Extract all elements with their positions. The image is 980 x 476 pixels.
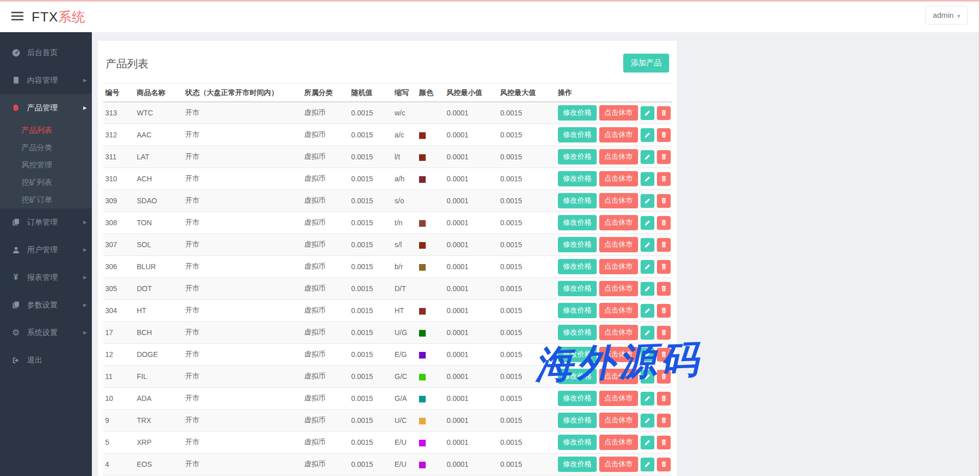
modify-price-button[interactable]: 修改价格 [558,281,597,296]
modify-price-button[interactable]: 修改价格 [558,391,597,406]
hamburger-menu-icon[interactable] [11,12,23,22]
edit-button[interactable] [641,172,654,186]
sidebar-subitem-product-list[interactable]: 产品列表 [0,122,92,139]
market-close-button[interactable]: 点击休市 [599,237,638,252]
cell-status: 开市 [183,388,302,410]
edit-button[interactable] [641,392,654,406]
delete-button[interactable] [657,150,671,164]
user-dropdown[interactable]: admin▾ [925,6,968,25]
sidebar-item-params[interactable]: 参数设置▶ [0,291,92,319]
modify-price-button[interactable]: 修改价格 [558,303,597,318]
sidebar-group-reports: ¥报表管理▶ [0,264,92,291]
modify-price-button[interactable]: 修改价格 [558,325,597,340]
modify-price-button[interactable]: 修改价格 [558,435,597,450]
delete-button[interactable] [657,194,671,208]
sidebar-item-products[interactable]: ฿产品管理▶ [0,94,92,122]
cell-random: 0.0015 [349,278,393,300]
modify-price-button[interactable]: 修改价格 [558,171,597,186]
modify-price-button[interactable]: 修改价格 [558,149,597,164]
market-close-button[interactable]: 点击休市 [599,171,638,186]
delete-button[interactable] [657,392,671,406]
color-swatch [419,132,426,139]
cell-name: SOL [135,234,183,256]
modify-price-button[interactable]: 修改价格 [558,457,597,472]
delete-button[interactable] [657,128,671,142]
market-close-button[interactable]: 点击休市 [599,435,638,450]
sidebar-item-reports[interactable]: ¥报表管理▶ [0,264,92,291]
add-product-button[interactable]: 添加产品 [623,54,669,73]
delete-button[interactable] [657,326,671,340]
edit-button[interactable] [641,414,654,427]
market-close-button[interactable]: 点击休市 [599,127,638,142]
modify-price-button[interactable]: 修改价格 [558,127,597,142]
market-close-button[interactable]: 点击休市 [599,149,638,164]
sidebar-subitem-product-category[interactable]: 产品分类 [0,139,92,156]
sidebar-subitem-risk-control[interactable]: 风控管理 [0,156,92,174]
sidebar-item-users[interactable]: 用户管理▶ [0,236,92,264]
cell-random: 0.0015 [349,146,393,168]
market-close-button[interactable]: 点击休市 [599,457,638,472]
sidebar-item-content[interactable]: 内容管理▶ [0,66,92,94]
market-close-button[interactable]: 点击休市 [599,413,638,428]
modify-price-button[interactable]: 修改价格 [558,259,597,274]
sidebar-group-dashboard: 后台首页 [0,39,92,66]
edit-button[interactable] [641,326,654,340]
modify-price-button[interactable]: 修改价格 [558,347,597,362]
edit-button[interactable] [641,128,654,142]
edit-button[interactable] [641,150,654,164]
market-close-button[interactable]: 点击休市 [599,369,638,384]
trash-icon [660,241,667,248]
sidebar-subitem-mining-orders[interactable]: 挖矿订单 [0,191,92,208]
edit-button[interactable] [641,238,654,252]
sidebar-item-system[interactable]: ⚙系统设置▶ [0,319,92,346]
delete-button[interactable] [657,348,671,362]
edit-button[interactable] [641,370,654,384]
cell-status: 开市 [183,146,302,168]
delete-button[interactable] [657,106,671,120]
sidebar-item-dashboard[interactable]: 后台首页 [0,39,92,66]
market-close-button[interactable]: 点击休市 [599,347,638,362]
cell-abbr: t/n [393,212,417,234]
edit-button[interactable] [641,216,654,230]
modify-price-button[interactable]: 修改价格 [558,193,597,208]
market-close-button[interactable]: 点击休市 [599,105,638,121]
sidebar-item-logout[interactable]: 退出 [0,346,92,374]
delete-button[interactable] [657,304,671,318]
market-close-button[interactable]: 点击休市 [599,281,638,296]
delete-button[interactable] [657,458,671,471]
edit-button[interactable] [641,348,654,362]
sidebar-item-orders[interactable]: 订单管理▶ [0,208,92,236]
market-close-button[interactable]: 点击休市 [599,193,638,208]
edit-button[interactable] [641,458,654,471]
edit-button[interactable] [641,260,654,274]
modify-price-button[interactable]: 修改价格 [558,413,597,428]
market-close-button[interactable]: 点击休市 [599,259,638,274]
modify-price-button[interactable]: 修改价格 [558,105,597,121]
table-row: 312AAC开市虚拟币0.0015a/c0.00010.0015修改价格点击休市 [103,124,672,146]
market-close-button[interactable]: 点击休市 [599,215,638,230]
edit-button[interactable] [641,194,654,208]
delete-button[interactable] [657,436,671,449]
market-close-button[interactable]: 点击休市 [599,303,638,318]
app-header: FTX系统 admin▾ [0,2,980,32]
edit-button[interactable] [641,106,654,120]
sidebar-subitem-mining-list[interactable]: 挖矿列表 [0,174,92,191]
delete-button[interactable] [657,260,671,274]
cell-risk-max: 0.0015 [498,190,556,212]
market-close-button[interactable]: 点击休市 [599,391,638,406]
edit-button[interactable] [641,304,654,318]
edit-button[interactable] [641,436,654,449]
delete-button[interactable] [657,172,671,186]
market-close-button[interactable]: 点击休市 [599,325,638,340]
delete-button[interactable] [657,414,671,427]
cell-status: 开市 [183,124,302,146]
cell-risk-min: 0.0001 [445,388,498,410]
modify-price-button[interactable]: 修改价格 [558,215,597,230]
edit-button[interactable] [641,282,654,296]
modify-price-button[interactable]: 修改价格 [558,369,597,384]
delete-button[interactable] [657,238,671,252]
delete-button[interactable] [657,370,671,384]
delete-button[interactable] [657,282,671,296]
delete-button[interactable] [657,216,671,230]
modify-price-button[interactable]: 修改价格 [558,237,597,252]
